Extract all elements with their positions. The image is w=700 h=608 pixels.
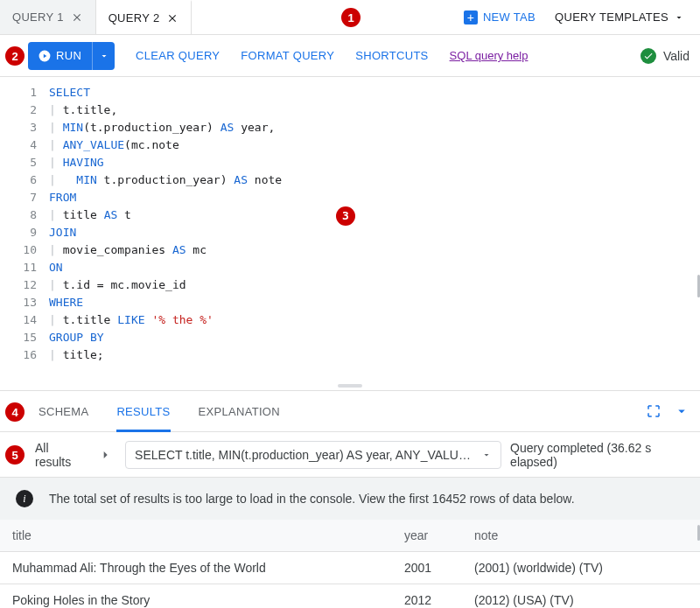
line-number: 10 xyxy=(0,241,49,259)
col-title-header[interactable]: title xyxy=(0,520,392,552)
code-content: ON xyxy=(49,259,63,276)
sql-help-link[interactable]: SQL query help xyxy=(450,49,528,62)
check-icon xyxy=(640,48,656,64)
line-number: 14 xyxy=(0,311,49,329)
all-results-link[interactable]: All results xyxy=(35,441,85,469)
cell-year: 2012 xyxy=(392,584,462,609)
code-content: | t.title LIKE '% the %' xyxy=(49,311,214,329)
line-number: 16 xyxy=(0,346,49,364)
line-number: 7 xyxy=(0,189,49,206)
line-number: 15 xyxy=(0,329,49,346)
code-content: SELECT xyxy=(49,84,90,101)
code-content: | t.id = mc.movie_id xyxy=(49,276,186,294)
code-content: GROUP BY xyxy=(49,329,104,346)
new-tab-button[interactable]: + NEW TAB xyxy=(453,10,546,24)
code-content: | MIN(t.production_year) AS year, xyxy=(49,119,275,136)
shortcuts-button[interactable]: SHORTCUTS xyxy=(355,49,428,62)
results-table: title year note Muhammad Ali: Through th… xyxy=(0,520,700,608)
code-content: | t.title, xyxy=(49,101,117,119)
query-dropdown[interactable]: SELECT t.title, MIN(t.production_year) A… xyxy=(125,441,501,469)
code-content: | title AS t xyxy=(49,206,131,224)
tab-results[interactable]: RESULTS xyxy=(116,391,170,431)
results-truncation-banner: i The total set of results is too large … xyxy=(0,478,700,520)
callout-5: 5 xyxy=(5,445,24,465)
cell-year: 2001 xyxy=(392,552,462,584)
results-panel: SCHEMA RESULTS EXPLANATION 4 All results… xyxy=(0,390,700,608)
line-number: 3 xyxy=(0,119,49,136)
validity-badge: Valid xyxy=(640,48,690,64)
line-number: 8 xyxy=(0,206,49,224)
sql-editor[interactable]: 1SELECT2| t.title,3| MIN(t.production_ye… xyxy=(0,77,700,381)
code-line[interactable]: 10| movie_companies AS mc xyxy=(0,241,700,259)
line-number: 1 xyxy=(0,84,49,101)
caret-down-icon xyxy=(481,450,492,460)
code-line[interactable]: 15GROUP BY xyxy=(0,329,700,346)
results-breadcrumb-row: All results SELECT t.title, MIN(t.produc… xyxy=(0,432,700,478)
code-content: WHERE xyxy=(49,294,83,311)
code-line[interactable]: 6| MIN t.production_year) AS note xyxy=(0,171,700,189)
new-tab-label: NEW TAB xyxy=(483,10,536,24)
cell-title: Poking Holes in the Story xyxy=(0,584,392,609)
code-line[interactable]: 2| t.title, xyxy=(0,101,700,119)
code-line[interactable]: 1SELECT xyxy=(0,84,700,101)
callout-4: 4 xyxy=(5,402,24,422)
run-label: RUN xyxy=(56,49,81,62)
format-query-button[interactable]: FORMAT QUERY xyxy=(241,49,334,62)
query-chip-text: SELECT t.title, MIN(t.production_year) A… xyxy=(135,448,474,462)
tab-query-1[interactable]: QUERY 1 xyxy=(0,0,96,34)
table-row[interactable]: Muhammad Ali: Through the Eyes of the Wo… xyxy=(0,552,700,584)
query-status: Query completed (36.62 s elapsed) xyxy=(510,441,690,469)
code-content: FROM xyxy=(49,189,76,206)
col-year-header[interactable]: year xyxy=(392,520,462,552)
code-line[interactable]: 14| t.title LIKE '% the %' xyxy=(0,311,700,329)
valid-label: Valid xyxy=(663,49,690,63)
query-tabs-bar: QUERY 1 QUERY 2 + NEW TAB QUERY TEMPLATE… xyxy=(0,0,700,35)
code-content: JOIN xyxy=(49,224,76,241)
run-button-group: RUN xyxy=(28,42,115,70)
tab-explanation[interactable]: EXPLANATION xyxy=(199,391,280,431)
resize-handle[interactable] xyxy=(0,381,700,390)
banner-text: The total set of results is too large to… xyxy=(49,492,575,506)
callout-1: 1 xyxy=(341,8,360,27)
tab-label: QUERY 2 xyxy=(108,11,160,24)
play-icon xyxy=(38,50,51,62)
code-line[interactable]: 13WHERE xyxy=(0,294,700,311)
cell-title: Muhammad Ali: Through the Eyes of the Wo… xyxy=(0,552,392,584)
line-number: 13 xyxy=(0,294,49,311)
close-icon[interactable] xyxy=(166,12,178,24)
line-number: 6 xyxy=(0,171,49,189)
run-menu-button[interactable] xyxy=(92,42,115,70)
chevron-right-icon xyxy=(94,443,116,467)
code-line[interactable]: 5| HAVING xyxy=(0,154,700,171)
tab-query-2[interactable]: QUERY 2 xyxy=(96,0,192,34)
code-line[interactable]: 3| MIN(t.production_year) AS year, xyxy=(0,119,700,136)
code-line[interactable]: 12| t.id = mc.movie_id xyxy=(0,276,700,294)
callout-2: 2 xyxy=(5,46,24,66)
line-number: 9 xyxy=(0,224,49,241)
table-header-row: title year note xyxy=(0,520,700,552)
code-line[interactable]: 4| ANY_VALUE(mc.note xyxy=(0,136,700,154)
collapse-icon[interactable] xyxy=(674,403,690,419)
line-number: 5 xyxy=(0,154,49,171)
col-note-header[interactable]: note xyxy=(462,520,700,552)
code-line[interactable]: 8| title AS t xyxy=(0,206,700,224)
code-content: | ANY_VALUE(mc.note xyxy=(49,136,179,154)
code-content: | MIN t.production_year) AS note xyxy=(49,171,282,189)
tab-schema[interactable]: SCHEMA xyxy=(38,391,88,431)
line-number: 4 xyxy=(0,136,49,154)
table-row[interactable]: Poking Holes in the Story2012(2012) (USA… xyxy=(0,584,700,609)
fullscreen-icon[interactable] xyxy=(646,403,662,419)
code-line[interactable]: 11ON xyxy=(0,259,700,276)
code-line[interactable]: 16| title; xyxy=(0,346,700,364)
plus-icon: + xyxy=(464,10,478,24)
run-button[interactable]: RUN xyxy=(28,42,92,70)
caret-down-icon xyxy=(99,51,109,61)
cell-note: (2001) (worldwide) (TV) xyxy=(462,552,700,584)
code-content: | HAVING xyxy=(49,154,104,171)
code-line[interactable]: 7FROM xyxy=(0,189,700,206)
close-icon[interactable] xyxy=(71,11,83,24)
clear-query-button[interactable]: CLEAR QUERY xyxy=(136,49,220,62)
code-line[interactable]: 9JOIN xyxy=(0,224,700,241)
query-templates-menu[interactable]: QUERY TEMPLATES xyxy=(546,10,693,24)
line-number: 12 xyxy=(0,276,49,294)
